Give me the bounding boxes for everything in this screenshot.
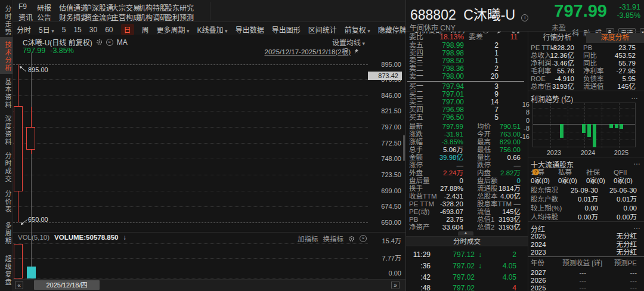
sidebar-item-time-trend[interactable]: 分时走势 <box>0 4 13 38</box>
sidebar-item-deep-info[interactable]: 深度资料 <box>0 113 13 148</box>
gridline <box>13 159 368 159</box>
stat-row: PB23.75总值13193亿 <box>409 216 521 224</box>
gridline <box>13 175 368 175</box>
volume-bar <box>14 244 23 278</box>
forecast-separator <box>528 256 644 257</box>
stat-row: 涨幅-3.85%最高829.00 <box>409 138 521 146</box>
more-periods-button[interactable]: 更多周期 ▾ <box>157 24 190 35</box>
stat-row: 换手27.88%流通股1814万 <box>409 185 521 193</box>
section-divider <box>528 91 644 91</box>
menu-valuation[interactable]: 估值通道 <box>59 2 85 13</box>
stock-name: C沐曦-U <box>463 7 515 23</box>
gridline <box>550 103 551 148</box>
date-label: 2025/12/18/四 <box>34 280 100 290</box>
menu-institutional-survey[interactable]: 机构调研 <box>138 12 165 22</box>
gridline <box>13 222 368 223</box>
info-icon[interactable]: i <box>521 14 528 21</box>
diff-value: 11 <box>510 33 518 41</box>
price-change-pct: -3.85% <box>611 11 640 20</box>
tab-deep-analysis[interactable]: 深度分析 <box>586 33 644 43</box>
axis-tick: 8 <box>510 109 530 116</box>
volume-chart[interactable] <box>13 233 368 279</box>
axis-tick: 650.00 <box>370 219 401 226</box>
menu-news[interactable]: 资讯 <box>18 12 37 22</box>
axis-tick: 846.00 <box>370 92 401 99</box>
export-image-button[interactable]: 导出图形 <box>272 24 301 35</box>
axis-tick: -16 <box>510 134 530 140</box>
chevron-down-icon: ▾ <box>224 28 228 34</box>
profit-trend-chart <box>532 103 636 147</box>
sidebar-item-multi-period[interactable]: 多周期 <box>0 219 13 247</box>
gear-icon[interactable] <box>96 39 103 45</box>
scroll-prev-button[interactable]: « <box>15 281 23 289</box>
gridline <box>13 111 368 112</box>
axis-tick: 674.50 <box>370 203 401 210</box>
axis-tick: 895.00 <box>370 61 401 68</box>
sidebar-item-tick-trades[interactable]: 分时成交 <box>0 150 13 185</box>
down-arrow-icon: ↓ <box>478 261 482 271</box>
sidebar-item-technical[interactable]: 技术分析 <box>0 37 13 74</box>
tab-5min[interactable]: 5 <box>62 26 66 34</box>
bid-row[interactable]: 买五796.505 <box>409 114 499 122</box>
gridline <box>13 191 368 191</box>
export-data-button[interactable]: 导出数据 <box>236 24 264 35</box>
stat-row: 金额39.98亿量比0.66 <box>409 154 521 162</box>
menu-shareholder-research[interactable]: 股东研究 <box>165 2 194 13</box>
sidebar-item-basic-info[interactable]: 基本资料 <box>0 76 13 111</box>
kline-chart[interactable]: 895.00 650.00 <box>13 52 368 231</box>
scrollbar-thumb[interactable] <box>403 135 405 161</box>
menu-research-reports[interactable]: 研报 <box>37 2 59 13</box>
tab-60min[interactable]: 60 <box>105 26 113 34</box>
cursor-price-label: 873.42 <box>368 72 402 80</box>
hide-suspended-button[interactable]: 隐藏停牌 <box>378 24 407 35</box>
gridline <box>13 206 368 207</box>
menu-financial-summary[interactable]: 财务摘要 <box>59 12 85 22</box>
chevron-down-icon: ▾ <box>50 28 54 34</box>
ask-row[interactable]: 卖一798.0020 <box>409 73 499 81</box>
tab-minute[interactable]: 分时 <box>17 24 31 35</box>
price-change: -31.91 <box>611 3 640 11</box>
kline-overlay-button[interactable]: K线叠加 ▾ <box>197 24 228 35</box>
tab-weekly[interactable]: 周 <box>142 24 149 35</box>
collapse-handle[interactable]: ▲ <box>458 231 473 236</box>
axis-tick: 0.00 <box>370 270 401 277</box>
ma-settings-button[interactable]: 设置均线 ▾ <box>332 37 365 47</box>
stat-row: PE(动)-693.07流值145亿 <box>409 208 521 216</box>
close-icon[interactable]: × <box>106 39 113 46</box>
forward-adjust-button[interactable]: 前复权 ▾ <box>345 24 370 35</box>
gridline <box>13 143 368 144</box>
holders-row: 较上期(%)0.000.00 <box>531 205 637 212</box>
menu-f9[interactable]: F9 <box>18 2 37 13</box>
help-icon[interactable]: ? <box>532 169 539 175</box>
ma-label[interactable]: MA <box>117 38 128 47</box>
tick-row: :36797.02↓4.05 <box>408 261 516 271</box>
tab-5day[interactable]: 5日 ▾ <box>39 24 54 35</box>
stat-row: 总手5.06万最低756.00 <box>409 146 521 154</box>
menu-business-composition[interactable]: 主营构成 <box>112 12 138 22</box>
forecast-row: 2025------ <box>531 284 637 291</box>
menu-capital-flow[interactable]: 资金流向 <box>85 12 112 22</box>
sidebar-item-price-table[interactable]: 分价表 <box>0 188 13 215</box>
axis-tick: 699.00 <box>370 188 401 194</box>
tab-market-analysis[interactable]: 行情分析 <box>528 0 586 10</box>
menu-block-trades[interactable]: 大宗交易 <box>112 2 138 13</box>
menu-institutional-holdings[interactable]: 机构持股 <box>138 2 165 13</box>
more-icon[interactable]: … <box>631 92 639 101</box>
scroll-next-button[interactable]: » <box>391 281 400 289</box>
more-icon[interactable]: … <box>633 222 641 231</box>
profit-bar <box>582 124 586 133</box>
menu-earnings-forecast[interactable]: 盈利预测 <box>165 12 194 22</box>
tab-15min[interactable]: 15 <box>73 26 81 34</box>
tab-30min[interactable]: 30 <box>89 26 97 34</box>
analysis-divider <box>528 31 528 291</box>
gridline <box>13 95 368 96</box>
axis-tick: 772.50 <box>370 140 401 147</box>
menu-hk-connect[interactable]: 沪深股通 <box>85 2 112 13</box>
range-stats-button[interactable]: 区间统计 <box>308 24 337 35</box>
fin-row: ROE-4.910负债率5.95 <box>531 75 636 83</box>
tab-daily[interactable]: 日 <box>121 24 134 35</box>
axis-tick: 7.77万 <box>370 255 401 262</box>
menu-announcements[interactable]: 公告 <box>37 12 59 22</box>
more-icon[interactable]: … <box>633 158 641 166</box>
sidebar-item-super-replay[interactable]: 超级复盘 <box>0 250 13 291</box>
